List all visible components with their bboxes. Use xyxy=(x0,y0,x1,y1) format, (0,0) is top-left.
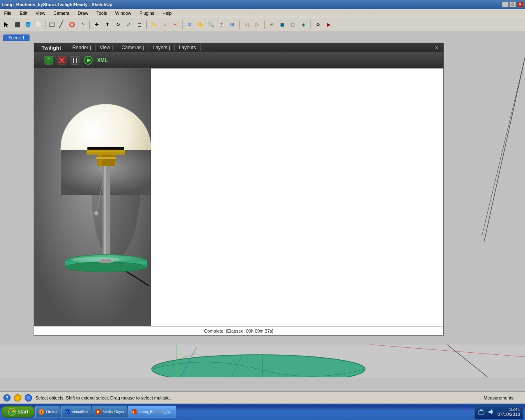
svg-rect-53 xyxy=(478,411,484,414)
menu-view[interactable]: View xyxy=(33,10,48,16)
twilight-close-render-btn[interactable] xyxy=(56,55,68,66)
render-canvas xyxy=(34,68,151,331)
menu-bar: File Edit View Camera Draw Tools Window … xyxy=(0,9,525,17)
lamp-illustration xyxy=(34,68,151,331)
svg-rect-5 xyxy=(47,62,50,64)
twilight-tab-cameras[interactable]: Cameras | xyxy=(117,44,148,51)
push-pull-btn[interactable]: ⬆ xyxy=(103,20,112,30)
twilight-tab-layouts[interactable]: Layouts xyxy=(175,44,201,51)
arc-btn[interactable]: ◝ xyxy=(78,20,87,30)
twilight-tab-render[interactable]: Render | xyxy=(68,44,96,51)
twilight-tab-view[interactable]: View | xyxy=(96,44,117,51)
scale-btn[interactable]: ⤢ xyxy=(124,20,134,30)
twilight-xml-btn[interactable]: XML xyxy=(96,57,109,64)
toolbar-sep-7 xyxy=(310,21,311,29)
pan-btn[interactable]: ✋ xyxy=(195,20,205,30)
twilight-save-btn[interactable] xyxy=(43,55,55,66)
make-component-btn[interactable]: ⬛ xyxy=(12,20,22,30)
toolbar-sep-1 xyxy=(46,21,46,29)
back-edges-btn[interactable]: ◈ xyxy=(299,20,308,30)
menu-plugins[interactable]: Plugins xyxy=(137,10,157,16)
render-status-text: Complete! [Elapsed: 00h 00m 37s] xyxy=(204,329,274,333)
toolbar: ⬛ 🪣 ⬜ ╱ ⭕ ◝ ✚ ⬆ ↻ ⤢ ◻ 📏 ⌗ ✂ ↺ ✋ 🔍 ⊡ ⊞ ◁ … xyxy=(0,17,525,32)
protractor-btn[interactable]: ⌗ xyxy=(160,20,169,30)
offset-btn[interactable]: ◻ xyxy=(135,20,144,30)
menu-help[interactable]: Help xyxy=(160,10,174,16)
twilight-close-button[interactable]: × xyxy=(434,43,440,52)
close-button[interactable]: ✕ xyxy=(517,2,523,7)
orbit-btn[interactable]: ↺ xyxy=(185,20,194,30)
zoom-extents-btn[interactable]: ⊞ xyxy=(227,20,237,30)
menu-edit[interactable]: Edit xyxy=(17,10,30,16)
svg-rect-54 xyxy=(479,410,483,411)
shadow-btn[interactable]: ☀ xyxy=(267,20,276,30)
twilight-play-btn[interactable] xyxy=(82,55,94,66)
taskbar-sketchup-btn[interactable]: S Lamp_Bauhaus_by... xyxy=(128,406,176,418)
twilight-toolbar: ⠿ xyxy=(34,52,443,68)
virtualbox-icon: V xyxy=(64,409,71,415)
start-button[interactable]: start xyxy=(2,406,34,418)
zoom-window-btn[interactable]: ⊡ xyxy=(217,20,226,30)
menu-file[interactable]: File xyxy=(2,10,14,16)
svg-marker-56 xyxy=(488,409,492,414)
indicator-icon-1 xyxy=(14,394,21,402)
media-player-label: Media Player xyxy=(103,410,124,414)
twilight-panel: Twilight Render | View | Cameras | Layer… xyxy=(34,43,444,336)
next-view-btn[interactable]: ▷ xyxy=(252,20,262,30)
svg-line-1 xyxy=(484,57,525,242)
svg-line-42 xyxy=(447,345,488,377)
sketchup-icon: S xyxy=(131,409,137,415)
svg-text:S: S xyxy=(132,411,135,414)
twilight-pause-btn[interactable] xyxy=(69,55,81,66)
toolbar-drag-handle: ⠿ xyxy=(37,58,40,62)
menu-camera[interactable]: Camera xyxy=(51,10,72,16)
prev-view-btn[interactable]: ◁ xyxy=(242,20,251,30)
toolbar-sep-2 xyxy=(89,21,90,29)
svg-marker-0 xyxy=(4,22,9,27)
window-title: Lamp_Bauhaus_byShura-TwilightReady - Ske… xyxy=(2,2,112,7)
taskbar-firefox-btn[interactable]: Firefox xyxy=(35,406,60,418)
scene-tab-1[interactable]: Scene 1 xyxy=(3,34,30,41)
twilight-tab-layers[interactable]: Layers | xyxy=(148,44,174,51)
volume-icon xyxy=(488,409,494,415)
quick-help-icon: ? xyxy=(3,394,11,402)
rotate-btn[interactable]: ↻ xyxy=(113,20,123,30)
section-plane-btn[interactable]: ✂ xyxy=(170,20,180,30)
xray-btn[interactable]: ◻ xyxy=(288,20,298,30)
ruby-console-btn[interactable]: ▶ xyxy=(324,20,333,30)
component-options-btn[interactable]: ⚙ xyxy=(313,20,323,30)
scene-tab-bar: Scene 1 xyxy=(0,32,525,41)
circle-btn[interactable]: ⭕ xyxy=(67,20,77,30)
tape-measure-btn[interactable]: 📏 xyxy=(149,20,159,30)
indicator-icon-2 xyxy=(25,394,32,402)
svg-rect-55 xyxy=(480,409,482,410)
svg-text:V: V xyxy=(65,410,68,414)
system-clock: 15:41 07/10/2010 xyxy=(498,407,520,417)
firefox-label: Firefox xyxy=(46,410,57,414)
restore-button[interactable]: □ xyxy=(509,2,516,7)
render-image-panel: Image: 300x500 xyxy=(34,68,151,335)
taskbar-vbox-btn[interactable]: V VirtualBox xyxy=(61,406,91,418)
select-tool-btn[interactable] xyxy=(2,20,11,30)
display-mode-btn[interactable]: ◼ xyxy=(277,20,287,30)
eraser-btn[interactable]: ⬜ xyxy=(34,20,43,30)
svg-rect-20 xyxy=(87,151,125,152)
menu-window[interactable]: Window xyxy=(113,10,134,16)
render-status-bar: Complete! [Elapsed: 00h 00m 37s] xyxy=(34,326,443,335)
move-btn[interactable]: ✚ xyxy=(92,20,102,30)
render-blank-area xyxy=(151,68,443,335)
svg-rect-26 xyxy=(104,166,106,260)
svg-point-46 xyxy=(41,411,42,413)
menu-tools[interactable]: Tools xyxy=(94,10,110,16)
svg-rect-25 xyxy=(103,166,110,260)
rectangle-btn[interactable] xyxy=(49,23,55,27)
minimize-button[interactable]: _ xyxy=(502,2,509,7)
zoom-btn[interactable]: 🔍 xyxy=(206,20,216,30)
taskbar-media-btn[interactable]: Media Player xyxy=(92,406,127,418)
bottom-viewport xyxy=(0,345,525,377)
toolbar-sep-6 xyxy=(264,21,265,29)
line-btn[interactable]: ╱ xyxy=(56,20,66,30)
paint-bucket-btn[interactable]: 🪣 xyxy=(23,20,33,30)
menu-draw[interactable]: Draw xyxy=(75,10,91,16)
title-bar-controls: _ □ ✕ xyxy=(502,2,523,7)
